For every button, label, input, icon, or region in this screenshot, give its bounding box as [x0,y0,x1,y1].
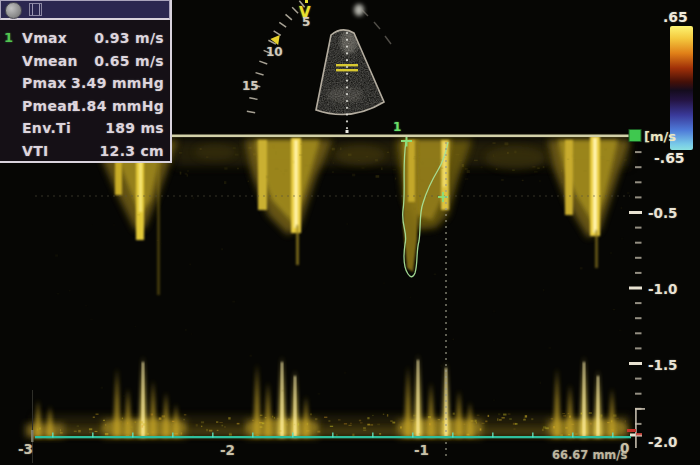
measurement-label: Pmax [22,72,67,95]
colorbar-min-label: -.65 [654,150,685,166]
colorbar-max-label: .65 [663,9,688,25]
trace-marker-number: 1 [393,120,401,134]
measurement-row: VTI 12.3 cm [0,140,170,163]
orientation-tick [305,0,308,3]
measurement-row: Pmean 1.84 mmHg [0,95,170,118]
time-tick-label: -1 [414,442,429,458]
measurement-label: Pmean [22,95,77,118]
measurement-label: Vmax [22,27,67,50]
velocity-tick-label: -1.5 [648,357,678,373]
depth-label: 5 [302,15,310,29]
sweep-speed-label: 66.67 mm/s [552,448,627,462]
panel-titlebar [0,0,170,20]
measurement-row: Vmax 0.93 m/s [0,27,170,50]
measurement-row: Env.Ti 189 ms [0,117,170,140]
app-glyph-icon[interactable] [29,3,42,16]
doppler-baseline [172,135,632,138]
velocity-unit-label: [m/s [644,129,676,144]
status-circle-icon[interactable] [5,2,22,19]
velocity-tick-label: -2.0 [648,434,678,450]
time-tick-label: -2 [220,442,235,458]
velocity-tick-label: -1.0 [648,281,678,297]
velocity-tick-label: -0.5 [648,205,678,221]
measurement-label: VTI [22,140,49,163]
measurement-row: Pmax 3.49 mmHg [0,72,170,95]
depth-label: 10 [266,45,283,59]
measurement-row: Vmean 0.65 m/s [0,50,170,73]
measurement-label: Env.Ti [22,117,71,140]
depth-label: 15 [242,79,259,93]
ultrasound-screen: 1 Vmax 0.93 m/s Vmean 0.65 m/s Pmax 3.49… [0,0,700,465]
measurement-label: Vmean [22,50,78,73]
scanline-cursor [346,32,348,129]
baseline-marker[interactable] [629,130,641,142]
time-tick-label: -3 [18,441,33,457]
measurement-results-panel: 1 Vmax 0.93 m/s Vmean 0.65 m/s Pmax 3.49… [0,0,172,163]
